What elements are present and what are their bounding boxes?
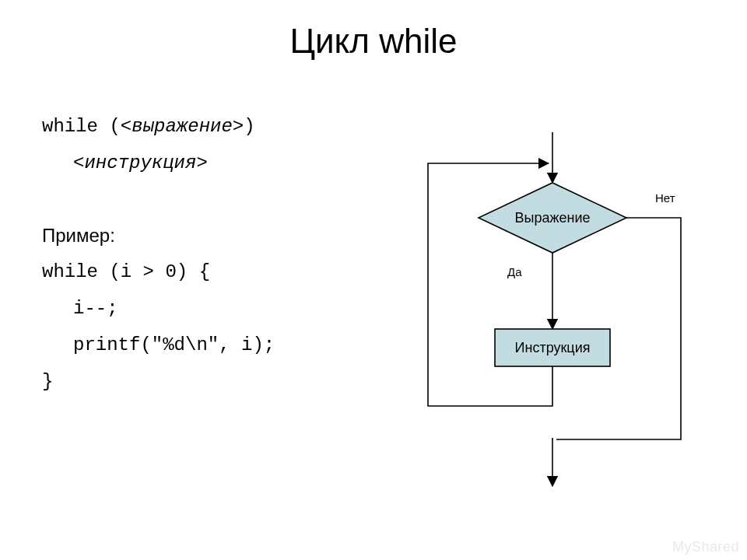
- syntax-instruction-placeholder: <инструкция>: [42, 145, 416, 182]
- example-line-3: printf("%d\n", i);: [42, 327, 416, 364]
- example-line-2: i--;: [42, 291, 416, 327]
- example-line-4: }: [42, 364, 416, 401]
- example-label: Пример:: [42, 218, 416, 254]
- no-label: Нет: [655, 191, 675, 205]
- yes-label: Да: [507, 265, 522, 278]
- code-and-example: while (<выражение>) <инструкция> Пример:…: [42, 109, 416, 400]
- syntax-expression-placeholder: <выражение>: [121, 116, 244, 137]
- slide-title: Цикл while: [0, 22, 747, 61]
- decision-label: Выражение: [514, 210, 590, 226]
- flowchart: Выражение Да Инструкция Нет: [405, 132, 724, 506]
- example-line-1: while (i > 0) {: [42, 254, 416, 291]
- syntax-line-1: while (<выражение>): [42, 109, 416, 145]
- process-label: Инструкция: [515, 340, 591, 355]
- watermark: MyShared: [672, 539, 739, 555]
- syntax-while-close: ): [244, 116, 254, 137]
- syntax-while-open: while (: [42, 116, 121, 137]
